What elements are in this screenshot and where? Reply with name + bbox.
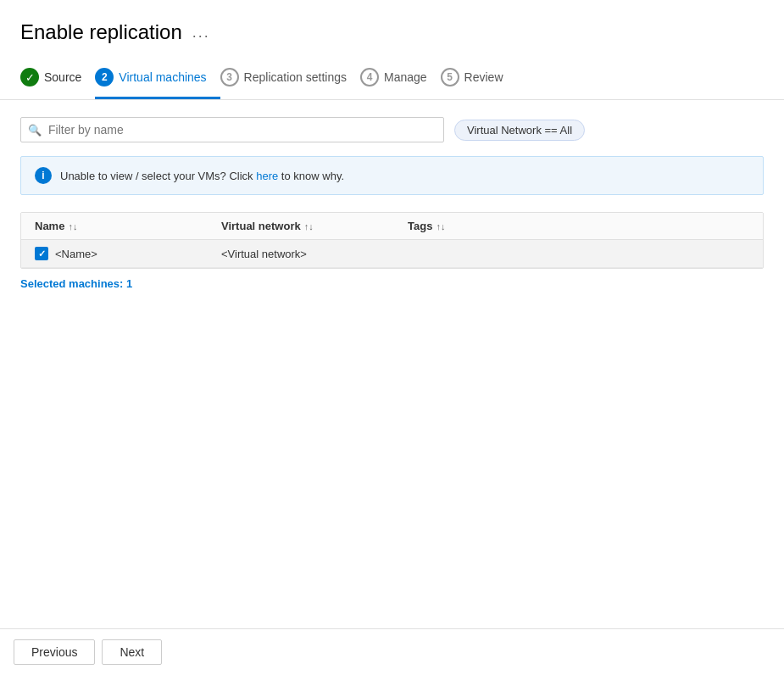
info-icon: i — [35, 167, 52, 184]
selected-count-value: 1 — [126, 277, 132, 290]
col-tags[interactable]: Tags ↑↓ — [408, 220, 577, 232]
cell-virtual-network: <Virtual network> — [221, 248, 408, 260]
steps-bar: ✓ Source 2 Virtual machines 3 Replicatio… — [0, 58, 784, 100]
step-source-check: ✓ — [20, 68, 39, 86]
step-manage-circle: 4 — [360, 68, 379, 86]
step-rep-circle: 3 — [220, 68, 239, 86]
col-extra — [577, 220, 749, 232]
step-review-circle: 5 — [441, 68, 459, 86]
row-checkbox[interactable] — [35, 247, 48, 260]
ellipsis-button[interactable]: ... — [192, 24, 210, 42]
col-name[interactable]: Name ↑↓ — [35, 220, 221, 232]
info-link[interactable]: here — [256, 170, 278, 182]
title-text: Enable replication — [20, 20, 182, 44]
step-source-label: Source — [44, 70, 81, 84]
sort-vnet-icon: ↑↓ — [304, 221, 314, 232]
cell-name: <Name> — [35, 247, 221, 260]
footer: Previous Next — [0, 628, 784, 675]
sort-tags-icon: ↑↓ — [436, 221, 445, 232]
selected-count: Selected machines: 1 — [20, 277, 764, 290]
step-source[interactable]: ✓ Source — [20, 58, 95, 99]
step-virtual-machines[interactable]: 2 Virtual machines — [95, 58, 220, 99]
content-area: 🔍 Virtual Network == All i Unable to vie… — [0, 100, 784, 628]
step-review-label: Review — [464, 70, 503, 84]
step-review[interactable]: 5 Review — [441, 58, 517, 99]
vm-table: Name ↑↓ Virtual network ↑↓ Tags ↑↓ <Name… — [20, 212, 764, 269]
sort-name-icon: ↑↓ — [68, 221, 77, 232]
filter-input-wrap: 🔍 — [20, 117, 444, 142]
filter-input[interactable] — [48, 118, 443, 142]
info-message: Unable to view / select your VMs? Click … — [60, 170, 344, 182]
step-manage[interactable]: 4 Manage — [360, 58, 441, 99]
row-vnet: <Virtual network> — [221, 248, 307, 260]
page-title: Enable replication ... — [0, 0, 784, 58]
previous-button[interactable]: Previous — [14, 639, 95, 665]
step-rep-label: Replication settings — [244, 70, 347, 84]
step-replication-settings[interactable]: 3 Replication settings — [220, 58, 360, 99]
step-vm-circle: 2 — [95, 68, 114, 86]
search-icon: 🔍 — [21, 119, 48, 142]
row-name: <Name> — [55, 248, 97, 260]
filter-row: 🔍 Virtual Network == All — [20, 117, 764, 142]
step-manage-label: Manage — [384, 70, 427, 84]
table-row[interactable]: <Name> <Virtual network> — [21, 240, 763, 268]
next-button[interactable]: Next — [102, 639, 162, 665]
step-vm-label: Virtual machines — [119, 70, 206, 84]
col-virtual-network[interactable]: Virtual network ↑↓ — [221, 220, 408, 232]
badge-label: Virtual Network == All — [467, 124, 572, 137]
info-banner: i Unable to view / select your VMs? Clic… — [20, 156, 764, 195]
table-header: Name ↑↓ Virtual network ↑↓ Tags ↑↓ — [21, 213, 763, 240]
virtual-network-badge[interactable]: Virtual Network == All — [454, 120, 585, 141]
